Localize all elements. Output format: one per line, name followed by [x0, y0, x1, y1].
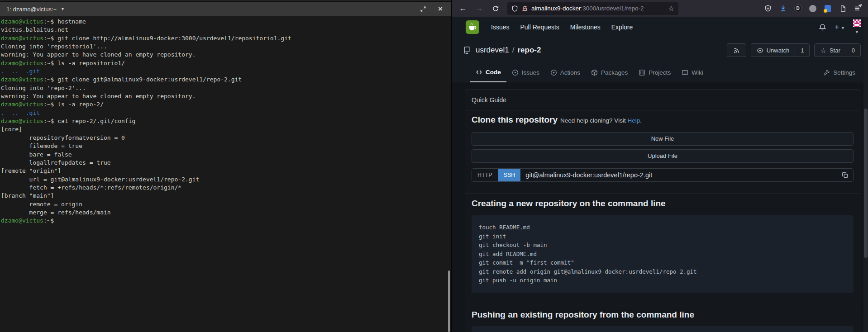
terminal-window: 1: dzamo@victus:~ ▼ × dzamo@victus:~$ ho… [0, 0, 451, 332]
watch-button-group: Unwatch 1 [751, 43, 810, 57]
copy-url-button[interactable] [837, 169, 853, 181]
reload-button[interactable] [489, 2, 502, 15]
tab-actions[interactable]: Actions [545, 62, 586, 82]
stars-count[interactable]: 0 [846, 44, 860, 57]
notifications-bell-icon[interactable] [819, 24, 826, 31]
tab-projects[interactable]: Projects [633, 62, 676, 82]
repo-title-separator: / [512, 46, 515, 55]
menu-button[interactable]: ≡ [851, 2, 863, 15]
gitea-navbar: Issues Pull Requests Milestones Explore … [452, 17, 868, 37]
extension-icons: D [763, 3, 848, 14]
tab-settings[interactable]: Settings [818, 62, 861, 82]
star-label: Star [830, 47, 840, 54]
star-button[interactable]: ☆ Star [815, 44, 845, 57]
url-host: almalinux9-docker [531, 5, 581, 12]
browser-scrollbar[interactable] [863, 17, 868, 332]
repo-title: usrdevel1 / repo-2 [476, 46, 541, 55]
chevron-down-icon: ▼ [841, 26, 845, 30]
rss-icon [733, 47, 740, 54]
repo-header: usrdevel1 / repo-2 [452, 37, 868, 62]
eye-icon [757, 47, 763, 54]
repo-tabs: Code Issues Actions [452, 62, 868, 82]
extension-sphere-icon[interactable] [807, 3, 818, 14]
extension-page-icon[interactable] [837, 3, 848, 14]
repo-name-link[interactable]: repo-2 [517, 46, 541, 55]
tab-issues[interactable]: Issues [506, 62, 545, 82]
nav-explore[interactable]: Explore [606, 24, 638, 31]
watchers-count[interactable]: 1 [795, 44, 809, 57]
upload-file-button[interactable]: Upload File [472, 149, 854, 163]
chevron-down-icon: ▼ [855, 30, 859, 34]
copy-icon [842, 172, 849, 179]
unwatch-button[interactable]: Unwatch [751, 44, 795, 57]
forward-button[interactable]: → [473, 2, 486, 15]
reload-icon [492, 5, 499, 12]
nav-milestones[interactable]: Milestones [565, 24, 606, 31]
settings-tools-icon [823, 69, 830, 76]
tab-code[interactable]: Code [470, 62, 506, 82]
terminal-scrollbar[interactable] [448, 270, 450, 332]
create-repo-code-block[interactable]: touch README.md git init git checkout -b… [472, 215, 854, 293]
gitea-header: Issues Pull Requests Milestones Explore … [452, 17, 868, 82]
http-protocol-button[interactable]: HTTP [472, 169, 498, 181]
extension-d-icon[interactable]: D [792, 3, 803, 14]
nav-issues[interactable]: Issues [486, 24, 515, 31]
star-icon: ☆ [820, 47, 826, 54]
ssh-protocol-button[interactable]: SSH [498, 169, 521, 181]
clone-heading: Clone this repositoryNeed help cloning? … [472, 115, 854, 126]
repo-icon [463, 46, 471, 54]
terminal-titlebar[interactable]: 1: dzamo@victus:~ ▼ × [0, 2, 451, 16]
quick-guide-panel: Quick Guide Clone this repositoryNeed he… [465, 90, 860, 332]
create-new-button[interactable]: +▼ [835, 23, 845, 32]
unwatch-label: Unwatch [767, 47, 790, 54]
plus-icon: + [835, 23, 839, 31]
quick-guide-title: Quick Guide [465, 90, 860, 110]
gitea-logo[interactable] [466, 20, 479, 34]
tab-wiki[interactable]: Wiki [676, 62, 709, 82]
play-circle-icon [550, 69, 557, 76]
tracking-protection-shield-icon[interactable] [511, 5, 518, 12]
maximize-icon [420, 6, 426, 12]
terminal-close-button[interactable]: × [436, 5, 445, 14]
package-icon [591, 69, 598, 76]
avatar [853, 19, 861, 27]
repo-main-content: Quick Guide Clone this repositoryNeed he… [452, 82, 868, 332]
url-path: :3000/usrdevel1/repo-2 [581, 5, 644, 12]
clone-url-input[interactable] [520, 169, 837, 181]
chevron-down-icon[interactable]: ▼ [61, 7, 65, 11]
nav-pull-requests[interactable]: Pull Requests [515, 24, 564, 31]
book-icon [682, 69, 688, 76]
browser-window: ← → almalinux9-docker:3000/usrdevel1/rep… [451, 0, 868, 332]
code-icon [476, 69, 482, 76]
extension-document-icon[interactable] [822, 3, 833, 14]
shield-extension-icon[interactable] [763, 3, 773, 14]
create-repo-heading: Creating a new repository on the command… [472, 199, 854, 209]
push-repo-section: Pushing an existing repository from the … [465, 305, 860, 332]
terminal-title: 1: dzamo@victus:~ [6, 6, 57, 13]
back-button[interactable]: ← [457, 2, 469, 15]
user-avatar-menu[interactable]: ▼ [853, 19, 861, 35]
project-board-icon [639, 69, 645, 76]
new-file-button[interactable]: New File [472, 132, 854, 146]
push-repo-code-block[interactable] [472, 326, 854, 332]
url-text: almalinux9-docker:3000/usrdevel1/repo-2 [531, 5, 665, 12]
star-button-group: ☆ Star 0 [814, 43, 861, 57]
clone-url-bar: HTTP SSH [472, 168, 854, 182]
tab-packages[interactable]: Packages [586, 62, 633, 82]
browser-toolbar: ← → almalinux9-docker:3000/usrdevel1/rep… [452, 0, 868, 17]
update-badge [858, 3, 863, 8]
browser-scrollbar-thumb[interactable] [864, 109, 868, 258]
clone-help-text: Need help cloning? Visit Help. [560, 117, 642, 124]
rss-feed-button[interactable] [727, 43, 746, 57]
url-bar[interactable]: almalinux9-docker:3000/usrdevel1/repo-2 … [507, 2, 678, 15]
repo-owner-link[interactable]: usrdevel1 [476, 46, 509, 55]
issue-circle-icon [512, 69, 519, 76]
push-repo-heading: Pushing an existing repository from the … [472, 310, 854, 320]
terminal-maximize-button[interactable] [419, 5, 428, 14]
create-repo-section: Creating a new repository on the command… [465, 194, 860, 305]
help-link[interactable]: Help [627, 117, 640, 124]
download-icon[interactable] [777, 3, 788, 14]
bookmark-star-icon[interactable]: ☆ [668, 5, 674, 13]
terminal-output[interactable]: dzamo@victus:~$ hostnamevictus.balaitus.… [0, 16, 451, 227]
insecure-lock-icon[interactable] [521, 5, 528, 12]
